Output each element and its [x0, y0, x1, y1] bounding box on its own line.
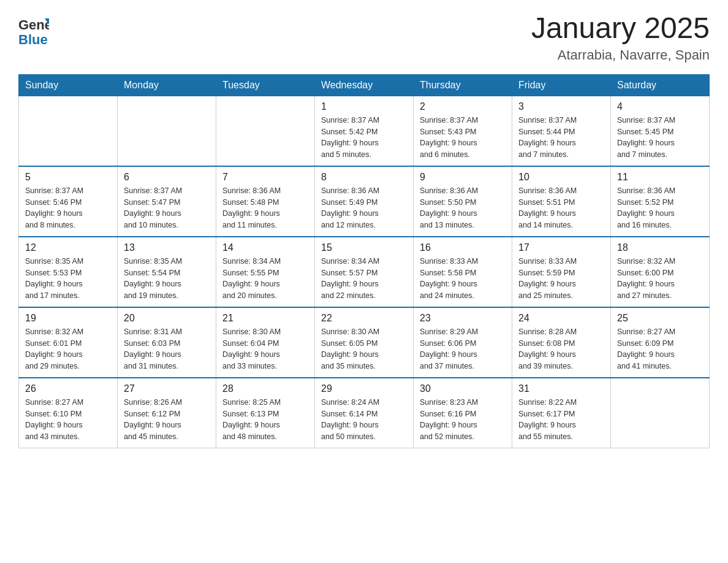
day-info: Sunrise: 8:25 AMSunset: 6:13 PMDaylight:… — [222, 397, 308, 443]
weekday-header-monday: Monday — [118, 74, 216, 96]
calendar-cell: 24Sunrise: 8:28 AMSunset: 6:08 PMDayligh… — [512, 307, 611, 378]
weekday-header-friday: Friday — [512, 74, 611, 96]
day-info: Sunrise: 8:32 AMSunset: 6:01 PMDaylight:… — [25, 326, 111, 372]
day-number: 29 — [321, 383, 407, 394]
calendar-cell: 31Sunrise: 8:22 AMSunset: 6:17 PMDayligh… — [512, 378, 611, 448]
calendar-table: SundayMondayTuesdayWednesdayThursdayFrid… — [18, 74, 710, 448]
calendar-cell: 26Sunrise: 8:27 AMSunset: 6:10 PMDayligh… — [19, 378, 118, 448]
calendar-cell: 10Sunrise: 8:36 AMSunset: 5:51 PMDayligh… — [512, 166, 611, 237]
day-info: Sunrise: 8:31 AMSunset: 6:03 PMDaylight:… — [124, 326, 210, 372]
calendar-cell: 1Sunrise: 8:37 AMSunset: 5:42 PMDaylight… — [315, 96, 414, 166]
calendar-cell: 21Sunrise: 8:30 AMSunset: 6:04 PMDayligh… — [216, 307, 315, 378]
svg-text:Blue: Blue — [18, 32, 48, 46]
day-number: 27 — [124, 383, 210, 394]
day-info: Sunrise: 8:27 AMSunset: 6:10 PMDaylight:… — [25, 397, 111, 443]
week-row-2: 5Sunrise: 8:37 AMSunset: 5:46 PMDaylight… — [19, 166, 710, 237]
day-info: Sunrise: 8:37 AMSunset: 5:45 PMDaylight:… — [617, 115, 703, 161]
day-info: Sunrise: 8:37 AMSunset: 5:42 PMDaylight:… — [321, 115, 407, 161]
weekday-header-thursday: Thursday — [414, 74, 512, 96]
calendar-cell: 17Sunrise: 8:33 AMSunset: 5:59 PMDayligh… — [512, 237, 611, 307]
day-number: 21 — [222, 313, 308, 324]
calendar-cell: 20Sunrise: 8:31 AMSunset: 6:03 PMDayligh… — [118, 307, 216, 378]
day-info: Sunrise: 8:37 AMSunset: 5:43 PMDaylight:… — [420, 115, 506, 161]
day-number: 3 — [518, 101, 604, 112]
calendar-cell: 2Sunrise: 8:37 AMSunset: 5:43 PMDaylight… — [414, 96, 512, 166]
calendar-cell: 14Sunrise: 8:34 AMSunset: 5:55 PMDayligh… — [216, 237, 315, 307]
calendar-cell: 13Sunrise: 8:35 AMSunset: 5:54 PMDayligh… — [118, 237, 216, 307]
calendar-cell: 25Sunrise: 8:27 AMSunset: 6:09 PMDayligh… — [611, 307, 710, 378]
day-info: Sunrise: 8:26 AMSunset: 6:12 PMDaylight:… — [124, 397, 210, 443]
day-number: 10 — [518, 172, 604, 183]
calendar-cell: 12Sunrise: 8:35 AMSunset: 5:53 PMDayligh… — [19, 237, 118, 307]
weekday-header-saturday: Saturday — [611, 74, 710, 96]
day-info: Sunrise: 8:37 AMSunset: 5:47 PMDaylight:… — [124, 185, 210, 231]
day-info: Sunrise: 8:36 AMSunset: 5:48 PMDaylight:… — [222, 185, 308, 231]
calendar-cell: 11Sunrise: 8:36 AMSunset: 5:52 PMDayligh… — [611, 166, 710, 237]
day-number: 6 — [124, 172, 210, 183]
calendar-cell: 5Sunrise: 8:37 AMSunset: 5:46 PMDaylight… — [19, 166, 118, 237]
week-row-3: 12Sunrise: 8:35 AMSunset: 5:53 PMDayligh… — [19, 237, 710, 307]
day-info: Sunrise: 8:37 AMSunset: 5:44 PMDaylight:… — [518, 115, 604, 161]
calendar-cell: 6Sunrise: 8:37 AMSunset: 5:47 PMDaylight… — [118, 166, 216, 237]
weekday-header-sunday: Sunday — [19, 74, 118, 96]
day-number: 2 — [420, 101, 506, 112]
calendar-cell: 30Sunrise: 8:23 AMSunset: 6:16 PMDayligh… — [414, 378, 512, 448]
day-info: Sunrise: 8:35 AMSunset: 5:53 PMDaylight:… — [25, 256, 111, 302]
calendar-cell — [611, 378, 710, 448]
day-number: 15 — [321, 242, 407, 253]
calendar-cell: 16Sunrise: 8:33 AMSunset: 5:58 PMDayligh… — [414, 237, 512, 307]
day-number: 9 — [420, 172, 506, 183]
logo: General Blue — [18, 12, 49, 46]
day-info: Sunrise: 8:35 AMSunset: 5:54 PMDaylight:… — [124, 256, 210, 302]
title-block: January 2025 Atarrabia, Navarre, Spain — [531, 12, 710, 63]
calendar-cell: 4Sunrise: 8:37 AMSunset: 5:45 PMDaylight… — [611, 96, 710, 166]
calendar-cell: 18Sunrise: 8:32 AMSunset: 6:00 PMDayligh… — [611, 237, 710, 307]
logo-icon: General Blue — [18, 12, 49, 46]
day-number: 26 — [25, 383, 111, 394]
day-info: Sunrise: 8:33 AMSunset: 5:59 PMDaylight:… — [518, 256, 604, 302]
calendar-cell: 28Sunrise: 8:25 AMSunset: 6:13 PMDayligh… — [216, 378, 315, 448]
week-row-5: 26Sunrise: 8:27 AMSunset: 6:10 PMDayligh… — [19, 378, 710, 448]
page-header: General Blue January 2025 Atarrabia, Nav… — [18, 12, 710, 63]
week-row-1: 1Sunrise: 8:37 AMSunset: 5:42 PMDaylight… — [19, 96, 710, 166]
day-number: 23 — [420, 313, 506, 324]
calendar-cell: 9Sunrise: 8:36 AMSunset: 5:50 PMDaylight… — [414, 166, 512, 237]
day-number: 7 — [222, 172, 308, 183]
location-title: Atarrabia, Navarre, Spain — [531, 47, 710, 63]
day-number: 31 — [518, 383, 604, 394]
day-info: Sunrise: 8:28 AMSunset: 6:08 PMDaylight:… — [518, 326, 604, 372]
svg-text:General: General — [18, 17, 49, 33]
week-row-4: 19Sunrise: 8:32 AMSunset: 6:01 PMDayligh… — [19, 307, 710, 378]
calendar-cell: 15Sunrise: 8:34 AMSunset: 5:57 PMDayligh… — [315, 237, 414, 307]
day-number: 28 — [222, 383, 308, 394]
calendar-cell — [19, 96, 118, 166]
day-info: Sunrise: 8:30 AMSunset: 6:05 PMDaylight:… — [321, 326, 407, 372]
day-number: 19 — [25, 313, 111, 324]
calendar-cell: 27Sunrise: 8:26 AMSunset: 6:12 PMDayligh… — [118, 378, 216, 448]
calendar-cell: 3Sunrise: 8:37 AMSunset: 5:44 PMDaylight… — [512, 96, 611, 166]
day-info: Sunrise: 8:27 AMSunset: 6:09 PMDaylight:… — [617, 326, 703, 372]
day-number: 1 — [321, 101, 407, 112]
day-number: 4 — [617, 101, 703, 112]
day-number: 24 — [518, 313, 604, 324]
day-number: 18 — [617, 242, 703, 253]
day-info: Sunrise: 8:34 AMSunset: 5:55 PMDaylight:… — [222, 256, 308, 302]
day-info: Sunrise: 8:34 AMSunset: 5:57 PMDaylight:… — [321, 256, 407, 302]
day-info: Sunrise: 8:29 AMSunset: 6:06 PMDaylight:… — [420, 326, 506, 372]
calendar-cell: 29Sunrise: 8:24 AMSunset: 6:14 PMDayligh… — [315, 378, 414, 448]
day-info: Sunrise: 8:24 AMSunset: 6:14 PMDaylight:… — [321, 397, 407, 443]
weekday-header-row: SundayMondayTuesdayWednesdayThursdayFrid… — [19, 74, 710, 96]
calendar-cell: 19Sunrise: 8:32 AMSunset: 6:01 PMDayligh… — [19, 307, 118, 378]
day-number: 8 — [321, 172, 407, 183]
day-info: Sunrise: 8:36 AMSunset: 5:50 PMDaylight:… — [420, 185, 506, 231]
day-number: 17 — [518, 242, 604, 253]
calendar-cell — [118, 96, 216, 166]
day-number: 11 — [617, 172, 703, 183]
weekday-header-tuesday: Tuesday — [216, 74, 315, 96]
day-info: Sunrise: 8:33 AMSunset: 5:58 PMDaylight:… — [420, 256, 506, 302]
calendar-cell: 7Sunrise: 8:36 AMSunset: 5:48 PMDaylight… — [216, 166, 315, 237]
day-info: Sunrise: 8:23 AMSunset: 6:16 PMDaylight:… — [420, 397, 506, 443]
day-number: 16 — [420, 242, 506, 253]
day-info: Sunrise: 8:37 AMSunset: 5:46 PMDaylight:… — [25, 185, 111, 231]
calendar-cell — [216, 96, 315, 166]
